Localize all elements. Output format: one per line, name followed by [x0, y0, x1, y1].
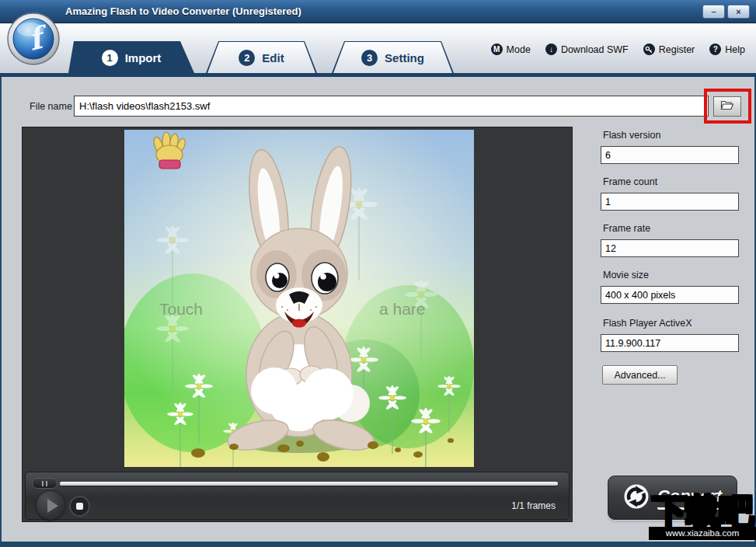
flash-player-activex-label: Flash Player ActiveX — [603, 318, 692, 329]
scene-caption-hare: a hare — [379, 300, 426, 318]
window-controls: – × — [702, 5, 750, 19]
flash-player-activex-field[interactable] — [601, 334, 739, 352]
movie-size-label: Movie size — [603, 270, 649, 280]
convert-icon — [623, 483, 650, 513]
frames-status: 1/1 frames — [511, 500, 556, 511]
movie-size-field[interactable] — [601, 286, 739, 304]
mode-icon: M — [491, 44, 503, 55]
watermark: 下载吧 www.xiazaiba.com — [649, 494, 756, 540]
tab-import-label: Import — [125, 51, 162, 64]
advanced-button[interactable]: Advanced... — [602, 365, 678, 385]
frame-count-field[interactable] — [601, 193, 739, 211]
tab-import[interactable]: 1 Import — [68, 41, 194, 73]
stop-icon — [76, 503, 83, 510]
player-bar: 1/1 frames — [25, 472, 570, 520]
seek-slider-track[interactable] — [60, 482, 558, 486]
seek-slider-thumb[interactable] — [32, 478, 57, 489]
window-title: Amazing Flash to Video Converter (Unregi… — [65, 5, 301, 17]
menu-register-label: Register — [659, 44, 695, 55]
frame-rate-label: Frame rate — [603, 223, 650, 234]
tab-edit[interactable]: 2 Edit — [206, 41, 317, 73]
flash-version-field[interactable] — [601, 146, 739, 164]
tab-separator — [0, 73, 756, 77]
close-button[interactable]: × — [727, 5, 750, 19]
menu-help-label: Help — [725, 44, 745, 55]
minimize-button[interactable]: – — [702, 5, 725, 19]
scene-caption-touch: Touch — [159, 300, 203, 318]
menu-download-swf[interactable]: ↓ Download SWF — [545, 44, 629, 55]
app-window: Amazing Flash to Video Converter (Unregi… — [0, 0, 756, 547]
stop-button[interactable] — [69, 496, 90, 517]
title-bar: Amazing Flash to Video Converter (Unregi… — [0, 0, 756, 23]
app-logo-icon: f — [7, 12, 60, 65]
open-folder-icon — [720, 99, 734, 113]
file-name-input[interactable] — [74, 96, 709, 117]
key-icon — [643, 44, 655, 55]
frame-rate-field[interactable] — [601, 239, 739, 257]
flash-version-label: Flash version — [603, 130, 660, 141]
frame-count-label: Frame count — [603, 176, 657, 187]
preview-panel: Touch a hare 1/1 frames — [22, 127, 573, 522]
flash-preview-stage: Touch a hare — [124, 130, 474, 467]
menu-download-label: Download SWF — [561, 44, 629, 55]
toolbar-menu: M Mode ↓ Download SWF Register ? Help — [491, 44, 745, 55]
tab-setting-label: Setting — [385, 51, 424, 64]
menu-register[interactable]: Register — [643, 44, 695, 55]
download-icon: ↓ — [545, 44, 557, 55]
browse-button[interactable] — [713, 96, 741, 117]
menu-mode[interactable]: M Mode — [491, 44, 531, 55]
tab-setting[interactable]: 3 Setting — [332, 41, 454, 73]
window-bottom-border — [0, 542, 756, 547]
help-icon: ? — [709, 44, 721, 55]
menu-mode-label: Mode — [507, 44, 531, 55]
tab-setting-number: 3 — [361, 50, 378, 66]
watermark-text: 下载吧 — [649, 494, 756, 529]
play-button[interactable] — [36, 490, 65, 520]
menu-help[interactable]: ? Help — [709, 44, 745, 55]
file-name-label: File name — [30, 101, 72, 112]
play-icon — [47, 499, 58, 513]
tab-import-number: 1 — [102, 50, 118, 66]
tab-edit-number: 2 — [239, 50, 255, 66]
tab-edit-label: Edit — [262, 51, 284, 64]
